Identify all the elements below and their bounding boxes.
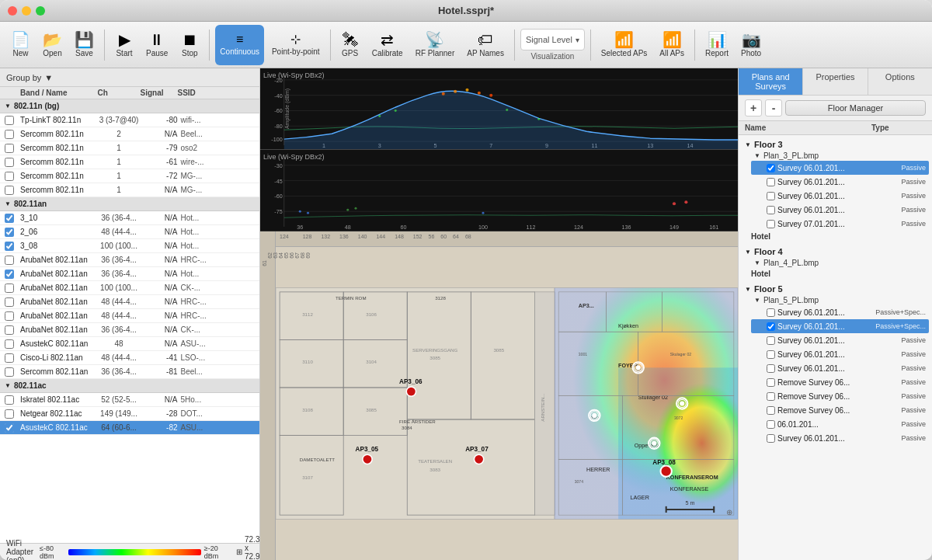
tree-survey-item[interactable]: Survey 06.01.201... Passive — [751, 333, 929, 347]
ap-row[interactable]: Sercomm 802.11n 1 -72 MG-... — [0, 169, 259, 183]
ap-row[interactable]: ArubaNet 802.11an 36 (36-4... N/A Hot... — [0, 267, 259, 281]
all-aps-button[interactable]: 📶 All APs — [655, 25, 689, 65]
ap-checkbox[interactable] — [5, 395, 14, 405]
tree-survey-item[interactable]: Survey 06.01.201... Passive+Spec... — [751, 305, 929, 319]
ap-checkbox[interactable] — [5, 228, 14, 237]
open-button[interactable]: 📂 Open — [38, 25, 67, 65]
ap-checkbox[interactable] — [5, 130, 14, 139]
survey-checkbox[interactable] — [767, 392, 775, 401]
close-button[interactable] — [8, 6, 17, 16]
ap-checkbox[interactable] — [5, 283, 14, 293]
ap-checkbox[interactable] — [5, 270, 14, 279]
survey-checkbox[interactable] — [767, 192, 775, 200]
report-button[interactable]: 📊 Report — [701, 25, 733, 65]
ap-row[interactable]: Sercomm 802.11an 36 (36-4... -81 Beel... — [0, 365, 259, 379]
survey-checkbox[interactable] — [767, 178, 775, 186]
tree-survey-item[interactable]: Survey 06.01.201... Passive — [751, 161, 929, 175]
ap-checkbox[interactable] — [5, 339, 14, 349]
ap-row[interactable]: ArubaNet 802.11an 48 (44-4... N/A HRC-..… — [0, 309, 259, 323]
survey-checkbox[interactable] — [767, 420, 775, 429]
ap-checkbox[interactable] — [5, 186, 14, 195]
ap-row[interactable]: Sercomm 802.11n 1 -79 oso2 — [0, 141, 259, 155]
tree-survey-item[interactable]: Survey 06.01.201... Passive — [751, 203, 929, 217]
section-header-ac[interactable]: ▼802.11ac — [0, 379, 259, 393]
ap-checkbox[interactable] — [5, 242, 14, 251]
floor-manager-button[interactable]: Floor Manager — [785, 100, 926, 116]
ap-checkbox[interactable] — [5, 214, 14, 223]
ap-checkbox[interactable] — [5, 116, 14, 125]
minimize-button[interactable] — [22, 6, 31, 16]
ap-checkbox[interactable] — [5, 409, 14, 419]
ap-checkbox[interactable] — [5, 325, 14, 335]
ap-checkbox[interactable] — [5, 423, 14, 433]
ap-names-button[interactable]: 🏷 AP Names — [462, 25, 509, 65]
tree-survey-item[interactable]: Survey 06.01.201... Passive — [751, 189, 929, 203]
ap-checkbox[interactable] — [5, 311, 14, 321]
tree-survey-item[interactable]: Remove Survey 06... Passive — [751, 375, 929, 389]
ap-row[interactable]: ArubaNet 802.11an 100 (100... N/A CK-... — [0, 281, 259, 295]
ap-list[interactable]: ▼802.11n (bg) Tp-LinkT 802.11n 3 (3-7@40… — [0, 99, 259, 543]
tree-plan-label[interactable]: ▼ Plan_3_PL.bmp — [751, 151, 929, 161]
survey-checkbox[interactable] — [767, 206, 775, 214]
tree-survey-item[interactable]: Survey 06.01.201... Passive — [751, 175, 929, 189]
ap-checkbox[interactable] — [5, 367, 14, 377]
remove-survey-button[interactable]: - — [765, 99, 782, 117]
rf-planner-button[interactable]: 📡 RF Planner — [411, 25, 460, 65]
ap-row[interactable]: ArubaNet 802.11an 36 (36-4... N/A CK-... — [0, 323, 259, 337]
ap-row[interactable]: AsustekC 802.11ac 64 (60-6... -82 ASU... — [0, 421, 259, 435]
survey-checkbox[interactable] — [767, 322, 775, 331]
ap-row[interactable]: Cisco-Li 802.11an 48 (44-4... -41 LSO-..… — [0, 351, 259, 365]
ap-row[interactable]: 3_08 100 (100... N/A Hot... — [0, 239, 259, 253]
tree-floor-label[interactable]: ▼ Floor 3 — [742, 138, 929, 151]
tree-survey-item[interactable]: Survey 06.01.201... Passive+Spec... — [751, 319, 929, 333]
floor-map[interactable]: 61 62 63 64 65 66 67 68 69 124 128 — [260, 231, 738, 560]
survey-checkbox[interactable] — [767, 406, 775, 415]
section-header-bg_n[interactable]: ▼802.11n (bg) — [0, 99, 259, 113]
tree-floor-label[interactable]: ▼ Floor 4 — [742, 245, 929, 258]
gps-button[interactable]: 🛰 GPS — [336, 25, 364, 65]
tab-properties[interactable]: Properties — [803, 68, 868, 95]
survey-checkbox[interactable] — [767, 308, 775, 317]
survey-checkbox[interactable] — [767, 364, 775, 373]
photo-button[interactable]: 📷 Photo — [736, 25, 766, 65]
ap-checkbox[interactable] — [5, 256, 14, 265]
tab-plans-surveys[interactable]: Plans and Surveys — [739, 68, 803, 95]
ap-row[interactable]: Sercomm 802.11n 1 -61 wire-... — [0, 155, 259, 169]
tree-survey-item[interactable]: Remove Survey 06... Passive — [751, 403, 929, 417]
signal-selector[interactable]: Signal Level ▾ — [520, 29, 585, 50]
survey-checkbox[interactable] — [767, 336, 775, 345]
survey-checkbox[interactable] — [767, 378, 775, 387]
ap-row[interactable]: ArubaNet 802.11an 36 (36-4... N/A HRC-..… — [0, 253, 259, 267]
ap-row[interactable]: 2_06 48 (44-4... N/A Hot... — [0, 225, 259, 239]
tree-survey-item[interactable]: Remove Survey 06... Passive — [751, 389, 929, 403]
ap-row[interactable]: Sercomm 802.11n 1 N/A MG-... — [0, 183, 259, 197]
selected-aps-button[interactable]: 📶 Selected APs — [596, 25, 652, 65]
ap-row[interactable]: Tp-LinkT 802.11n 3 (3-7@40) -80 wifi-... — [0, 113, 259, 127]
add-survey-button[interactable]: + — [745, 99, 762, 117]
tree-survey-item[interactable]: 06.01.201... Passive — [751, 417, 929, 431]
ap-row[interactable]: Sercomm 802.11n 2 N/A Beel... — [0, 127, 259, 141]
ap-checkbox[interactable] — [5, 297, 14, 307]
tree-survey-item[interactable]: Survey 07.01.201... Passive — [751, 217, 929, 231]
survey-tree[interactable]: ▼ Floor 3▼ Plan_3_PL.bmp Survey 06.01.20… — [739, 135, 932, 560]
survey-checkbox[interactable] — [767, 164, 775, 172]
tree-survey-item[interactable]: Survey 06.01.201... Passive — [751, 361, 929, 375]
ap-checkbox[interactable] — [5, 353, 14, 363]
continuous-button[interactable]: ≡ Continuous — [215, 25, 264, 65]
calibrate-button[interactable]: ⇄ Calibrate — [367, 25, 408, 65]
ap-row[interactable]: 3_10 36 (36-4... N/A Hot... — [0, 211, 259, 225]
ap-checkbox[interactable] — [5, 144, 14, 153]
ap-row[interactable]: Netgear 802.11ac 149 (149... -28 DOT... — [0, 407, 259, 421]
ap-row[interactable]: ArubaNet 802.11an 48 (44-4... N/A HRC-..… — [0, 295, 259, 309]
new-button[interactable]: 📄 New — [6, 25, 35, 65]
pause-button[interactable]: ⏸ Pause — [141, 25, 172, 65]
tree-plan-label[interactable]: ▼ Plan_4_PL.bmp — [751, 258, 929, 268]
ap-row[interactable]: Iskratel 802.11ac 52 (52-5... N/A 5Ho... — [0, 393, 259, 407]
ap-checkbox[interactable] — [5, 158, 14, 167]
point-by-point-button[interactable]: ⊹ Point-by-point — [267, 25, 325, 65]
section-header-ac_an[interactable]: ▼802.11an — [0, 197, 259, 211]
tree-plan-label[interactable]: ▼ Plan_5_PL.bmp — [751, 295, 929, 305]
tree-floor-label[interactable]: ▼ Floor 5 — [742, 283, 929, 295]
ap-row[interactable]: AsustekC 802.11an 48 N/A ASU-... — [0, 337, 259, 351]
start-button[interactable]: ▶ Start — [110, 25, 138, 65]
